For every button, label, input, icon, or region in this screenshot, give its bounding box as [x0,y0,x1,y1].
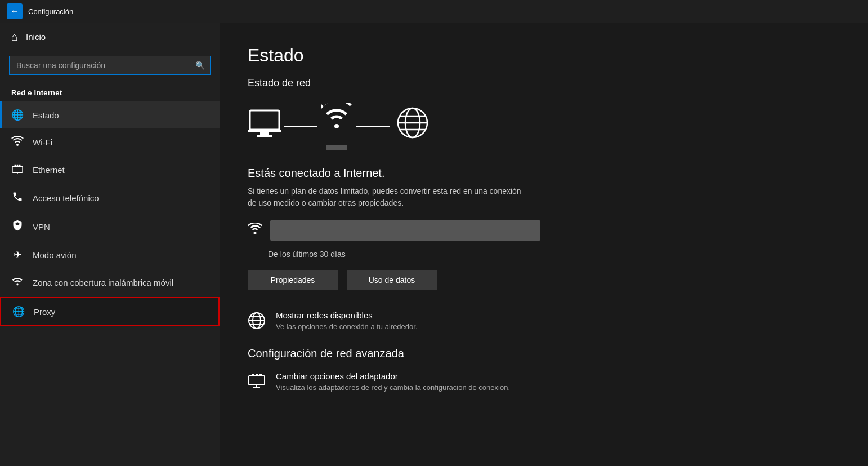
network-row-icon [248,223,262,238]
sidebar-item-acceso[interactable]: Acceso telefónico [0,184,220,212]
wifi-icon [11,136,24,149]
connection-desc: Si tienes un plan de datos limitado, pue… [248,185,529,209]
sidebar-item-vpn[interactable]: VPN [0,212,220,241]
svg-rect-0 [12,166,23,172]
network-days: De los últimos 30 días [268,250,840,259]
phone-icon [11,191,24,205]
show-networks-title[interactable]: Mostrar redes disponibles [276,310,418,320]
line-1 [284,126,317,127]
sidebar-label-proxy: Proxy [34,307,55,317]
back-button[interactable]: ← [7,3,23,19]
advanced-section-title: Configuración de red avanzada [248,347,840,360]
show-networks-icon [248,312,266,334]
network-diagram [248,103,840,150]
svg-rect-22 [256,374,258,376]
network-row [248,220,840,241]
globe-icon [396,106,429,146]
connection-status-text: Estás conectado a Internet. [248,167,840,180]
plane-icon: ✈ [11,248,24,261]
sidebar-item-inicio[interactable]: ⌂ Inicio [0,23,220,51]
page-title: Estado [248,45,840,66]
network-bar [270,220,540,241]
main-layout: ⌂ Inicio 🔍 Red e Internet 🌐 Estado Wi-Fi [0,23,868,466]
svg-rect-20 [249,376,265,385]
sidebar-inicio-label: Inicio [26,32,46,42]
show-networks-desc: Ve las opciones de conexión a tu alreded… [276,322,418,332]
adapter-text: Cambiar opciones del adaptador Visualiza… [276,371,510,393]
sidebar-label-acceso: Acceso telefónico [33,193,99,203]
sidebar-item-ethernet[interactable]: Ethernet [0,156,220,184]
sidebar-label-zona: Zona con cobertura inalámbrica móvil [33,278,173,287]
action-buttons: Propiedades Uso de datos [248,270,840,290]
svg-rect-6 [250,110,279,130]
svg-rect-2 [17,165,19,167]
show-networks-text: Mostrar redes disponibles Ve las opcione… [276,310,418,332]
sidebar: ⌂ Inicio 🔍 Red e Internet 🌐 Estado Wi-Fi [0,23,220,466]
network-name-badge [326,145,347,150]
content-area: Estado Estado de red [220,23,868,466]
line-2 [356,126,390,127]
hotspot-icon [11,276,24,290]
estado-icon: 🌐 [11,109,24,121]
titlebar: ← Configuración [0,0,868,23]
propiedades-button[interactable]: Propiedades [248,270,338,290]
vpn-icon [11,220,24,234]
network-status-section-title: Estado de red [248,77,840,89]
sidebar-item-zona[interactable]: Zona con cobertura inalámbrica móvil [0,268,220,297]
titlebar-title: Configuración [28,7,73,16]
show-networks-row[interactable]: Mostrar redes disponibles Ve las opcione… [248,310,840,334]
sidebar-item-wifi[interactable]: Wi-Fi [0,128,220,156]
sidebar-label-wifi: Wi-Fi [33,137,52,147]
svg-rect-1 [15,165,16,167]
sidebar-item-proxy[interactable]: 🌐 Proxy [0,297,220,326]
svg-rect-7 [248,130,281,132]
ethernet-icon [11,163,24,176]
svg-rect-8 [260,132,269,135]
uso-datos-button[interactable]: Uso de datos [347,270,437,290]
svg-rect-9 [257,135,272,137]
home-icon: ⌂ [11,30,18,43]
sidebar-item-modo-avion[interactable]: ✈ Modo avión [0,241,220,268]
proxy-icon: 🌐 [12,305,25,318]
wifi-diagram-icon [320,103,354,134]
sidebar-label-estado: Estado [33,110,59,120]
sidebar-item-estado[interactable]: 🌐 Estado [0,101,220,128]
svg-rect-23 [259,374,262,376]
adapter-icon [248,372,266,392]
search-input[interactable] [9,56,211,75]
wifi-icon-wrap [320,103,354,134]
adapter-row[interactable]: Cambiar opciones del adaptador Visualiza… [248,371,840,393]
sidebar-label-modo-avion: Modo avión [33,250,77,260]
computer-icon [248,108,281,144]
sidebar-label-ethernet: Ethernet [33,165,65,175]
adapter-title[interactable]: Cambiar opciones del adaptador [276,371,510,381]
search-box: 🔍 [9,56,211,75]
sidebar-section-title: Red e Internet [0,84,220,101]
search-icon: 🔍 [195,61,205,70]
adapter-desc: Visualiza los adaptadores de red y cambi… [276,383,510,393]
svg-rect-21 [252,374,254,376]
svg-rect-3 [19,165,21,167]
sidebar-label-vpn: VPN [33,222,50,232]
back-icon: ← [10,6,19,16]
